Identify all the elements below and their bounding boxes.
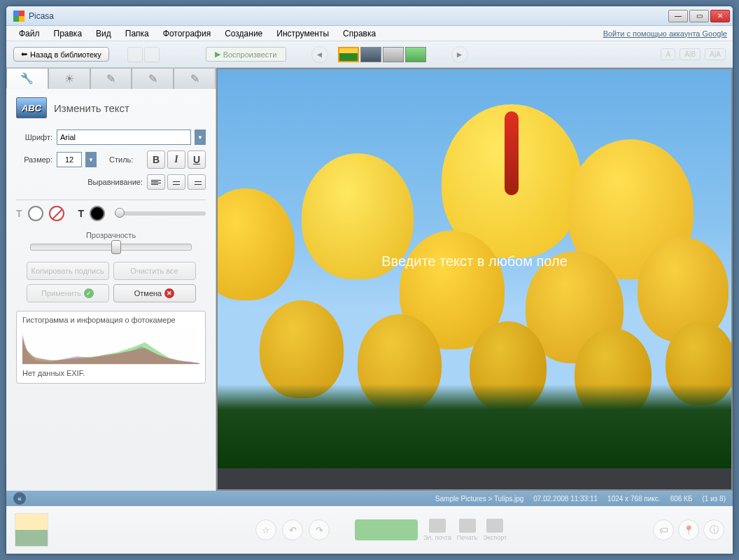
menu-view[interactable]: Вид (89, 27, 118, 40)
maximize-button[interactable]: ▭ (689, 10, 709, 22)
thumbnail-strip (338, 47, 426, 62)
minimize-button[interactable]: ― (668, 10, 688, 22)
size-label: Размер: (16, 155, 52, 164)
compare-a-button[interactable]: A (661, 48, 675, 60)
opacity-label: Прозрачность (16, 231, 206, 239)
brush2-icon: ✎ (148, 72, 157, 85)
size-dropdown-button[interactable]: ▼ (85, 152, 97, 167)
play-label: Воспроизвести (223, 50, 277, 59)
menu-edit[interactable]: Правка (47, 27, 90, 40)
google-login-link[interactable]: Войти с помощью аккаунта Google (603, 29, 727, 38)
text-edit-panel: ABC Изменить текст Шрифт: ▼ Размер: ▼ Ст… (6, 89, 216, 491)
app-window: Picasa ― ▭ ✕ Файл Правка Вид Папка Фотог… (6, 6, 733, 554)
tab-effects-3[interactable]: ✎ (174, 68, 216, 89)
tab-tuning[interactable]: ☀ (48, 68, 90, 89)
toolbar: ⬅ Назад в библиотеку ▶ Воспроизвести ◄ ►… (6, 41, 733, 68)
menu-photo[interactable]: Фотография (156, 27, 218, 40)
x-icon: ✕ (164, 288, 174, 298)
email-button[interactable]: Эл. почта (423, 519, 451, 541)
font-select[interactable] (57, 130, 191, 145)
bottom-toolbar: ☆ ↶ ↷ Эл. почта Печать Экспорт 🏷 📍 ⓘ (6, 506, 733, 554)
rotate-cw-button[interactable] (144, 47, 160, 62)
menubar: Файл Правка Вид Папка Фотография Создани… (6, 26, 733, 41)
fill-color-picker[interactable] (28, 206, 43, 221)
outline-color-picker[interactable] (90, 206, 105, 221)
size-input[interactable] (57, 152, 82, 167)
outline-width-slider[interactable] (115, 211, 206, 216)
histogram-panel: Гистограмма и информация о фотокамере Не… (16, 311, 206, 384)
rotate-right-button[interactable]: ↷ (309, 519, 330, 540)
check-icon: ✓ (84, 288, 94, 298)
status-dimensions: 1024 x 768 пикс. (607, 495, 661, 503)
star-button[interactable]: ☆ (255, 519, 276, 540)
text-tool-icon: ABC (16, 97, 47, 118)
prev-photo-button[interactable]: ◄ (311, 46, 328, 63)
collapse-tray-button[interactable]: « (13, 492, 26, 505)
status-filesize: 606 КБ (670, 495, 693, 503)
next-photo-button[interactable]: ► (451, 46, 468, 63)
thumbnail-4[interactable] (405, 47, 426, 62)
tag-button[interactable]: 🏷 (653, 519, 674, 540)
opacity-slider[interactable] (30, 244, 192, 251)
fill-color-t-icon: T (16, 208, 22, 219)
thumbnail-1[interactable] (338, 47, 359, 62)
brush3-icon: ✎ (190, 72, 199, 85)
menu-folder[interactable]: Папка (118, 27, 156, 40)
slideshow-play-button[interactable]: ▶ Воспроизвести (206, 47, 286, 62)
status-path: Sample Pictures > Tulips.jpg (435, 495, 523, 503)
outline-t-icon: T (78, 208, 85, 219)
rotate-ccw-button[interactable] (127, 47, 143, 62)
tab-effects-2[interactable]: ✎ (132, 68, 174, 89)
share-button[interactable] (355, 519, 418, 540)
photo-viewer[interactable]: Введите текст в любом поле (216, 68, 733, 491)
close-button[interactable]: ✕ (710, 10, 730, 22)
thumbnail-3[interactable] (383, 47, 404, 62)
rotate-left-button[interactable]: ↶ (282, 519, 303, 540)
italic-button[interactable]: I (167, 150, 185, 169)
print-button[interactable]: Печать (457, 519, 477, 541)
no-fill-button[interactable] (49, 206, 64, 221)
apply-button[interactable]: Применить ✓ (27, 284, 109, 302)
align-label: Выравнивание: (87, 178, 143, 186)
status-date: 07.02.2008 11:33:11 (533, 495, 598, 503)
clear-all-button[interactable]: Очистить все (113, 262, 196, 280)
align-center-button[interactable] (167, 174, 185, 190)
bold-button[interactable]: B (147, 150, 165, 169)
copy-caption-button[interactable]: Копировать подпись (27, 262, 109, 280)
export-label: Экспорт (483, 534, 507, 541)
back-to-library-button[interactable]: ⬅ Назад в библиотеку (13, 47, 109, 62)
exif-text: Нет данных EXIF. (22, 369, 199, 377)
arrow-left-icon: ⬅ (21, 50, 27, 59)
compare-aa-button[interactable]: A|A (705, 48, 726, 60)
geotag-button[interactable]: 📍 (678, 519, 699, 540)
cancel-button[interactable]: Отмена ✕ (113, 284, 196, 302)
menu-file[interactable]: Файл (12, 27, 47, 40)
back-label: Назад в библиотеку (30, 50, 101, 59)
menu-tools[interactable]: Инструменты (269, 27, 336, 40)
edit-sidebar: 🔧 ☀ ✎ ✎ ✎ ABC Изменить текст Шрифт: ▼ Ра… (6, 68, 216, 491)
align-left-button[interactable] (147, 174, 165, 190)
tray-thumbnail[interactable] (15, 513, 48, 547)
thumbnail-2[interactable] (360, 47, 381, 62)
brush-icon: ✎ (106, 72, 115, 85)
info-button[interactable]: ⓘ (703, 519, 724, 540)
compare-ab-button[interactable]: A|B (680, 48, 701, 60)
menu-create[interactable]: Создание (218, 27, 269, 40)
status-index: (1 из 8) (702, 495, 726, 503)
font-label: Шрифт: (16, 133, 52, 141)
export-button[interactable]: Экспорт (483, 519, 507, 541)
picasa-logo-icon (13, 10, 24, 22)
menu-help[interactable]: Справка (336, 27, 383, 40)
underline-button[interactable]: U (188, 150, 206, 169)
align-right-button[interactable] (188, 174, 206, 190)
tab-basic-fixes[interactable]: 🔧 (6, 68, 48, 89)
content-area: 🔧 ☀ ✎ ✎ ✎ ABC Изменить текст Шрифт: ▼ Ра… (6, 68, 733, 491)
print-icon (459, 519, 476, 533)
tab-effects-1[interactable]: ✎ (90, 68, 132, 89)
window-title: Picasa (29, 11, 54, 21)
titlebar: Picasa ― ▭ ✕ (6, 6, 733, 26)
text-overlay-placeholder[interactable]: Введите текст в любом поле (381, 253, 568, 269)
edit-tabs: 🔧 ☀ ✎ ✎ ✎ (6, 68, 216, 89)
font-dropdown-button[interactable]: ▼ (195, 130, 206, 145)
histogram-title: Гистограмма и информация о фотокамере (22, 316, 199, 324)
